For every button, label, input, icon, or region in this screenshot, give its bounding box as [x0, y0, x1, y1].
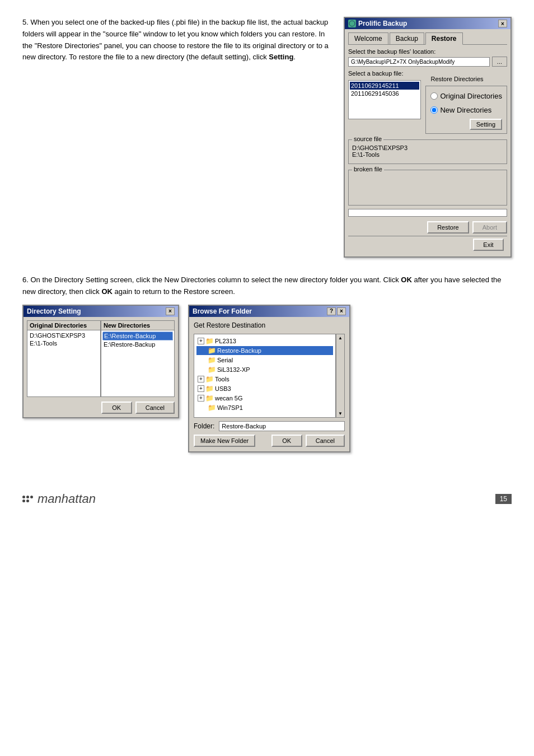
browse-dialog: Browse For Folder ? × Get Restore Destin… [188, 305, 350, 452]
tree-item-pl2313[interactable]: + 📁 PL2313 [196, 337, 333, 346]
folder-icon-wecan: 📁 [205, 394, 214, 402]
new-col[interactable]: E:\Restore-Backup E:\Restore-Backup [101, 330, 175, 397]
browse-action-row: Make New Folder OK Cancel [194, 435, 345, 447]
expand-tools[interactable]: + [198, 376, 204, 382]
backup-file-list[interactable]: 20110629145211 20110629145036 [348, 80, 421, 119]
dir-cancel-button[interactable]: Cancel [135, 402, 175, 414]
tree-label-serial: Serial [217, 357, 233, 363]
radio-original-label: Original Directories [440, 92, 502, 100]
col-new-header: New Directories [101, 320, 175, 330]
setting-button[interactable]: Setting [470, 119, 502, 130]
logo-text: manhattan [38, 492, 96, 506]
col-original-header: Original Directories [27, 320, 101, 330]
browse-close-button[interactable]: × [337, 307, 346, 315]
tree-label-wecan: wecan 5G [215, 395, 243, 402]
source-line-1: E:\1-Tools [352, 151, 503, 158]
backup-panel: 20110629145211 20110629145036 Restore Di… [348, 80, 507, 134]
dir-ok-button[interactable]: OK [101, 402, 132, 414]
restore-abort-buttons: Restore Abort [348, 221, 507, 234]
dot-2 [26, 496, 29, 498]
restore-button[interactable]: Restore [427, 221, 469, 234]
folder-label: Folder: [194, 422, 214, 430]
dir-close-button[interactable]: × [166, 307, 175, 315]
tree-item-usb3[interactable]: + 📁 USB3 [196, 384, 333, 393]
restore-dirs-group: Restore Directories Original Directories… [425, 80, 507, 134]
step6-ok2: OK [101, 287, 113, 296]
browse-title-btns: ? × [327, 307, 346, 315]
step6-number: 6. [22, 276, 29, 284]
step6-text: 6. On the Directory Setting screen, clic… [22, 274, 512, 298]
tree-item-wecan[interactable]: + 📁 wecan 5G [196, 394, 333, 403]
make-new-folder-button[interactable]: Make New Folder [194, 435, 255, 447]
expand-wecan[interactable]: + [198, 395, 204, 402]
close-button[interactable]: × [498, 20, 507, 27]
dir-setting-title: Directory Setting [27, 307, 81, 315]
folder-icon-pl2313: 📁 [205, 337, 214, 345]
abort-button[interactable]: Abort [472, 221, 507, 234]
browse-ok-button[interactable]: OK [271, 435, 302, 447]
backup-location-label: Select the backup files' location: [348, 48, 507, 55]
tree-item-serial[interactable]: 📁 Serial [196, 356, 333, 365]
tree-scrollbar[interactable]: ▲ ▼ [336, 334, 345, 418]
backup-file-item-0[interactable]: 20110629145211 [350, 82, 419, 90]
tree-area[interactable]: + 📁 PL2313 📁 Restore-Backup [194, 334, 336, 418]
tree-label-sil3132: SiL3132-XP [217, 366, 250, 373]
dialogs-row: Directory Setting × Original Directories… [22, 305, 512, 452]
dot-1 [22, 496, 25, 498]
folder-row: Folder: Restore-Backup [194, 421, 345, 431]
backup-file-item-1[interactable]: 20110629145036 [350, 90, 419, 97]
app-icon [348, 20, 356, 27]
tab-bar: Welcome Backup Restore [348, 32, 507, 45]
restore-dirs-box: Original Directories New Directories Set… [425, 86, 507, 134]
radio-original[interactable] [430, 92, 438, 100]
folder-field[interactable]: Restore-Backup [219, 421, 345, 431]
titlebar-left: Prolific Backup [348, 20, 407, 27]
folder-icon-win7sp1: 📁 [208, 404, 216, 412]
expand-pl2313[interactable]: + [198, 338, 204, 344]
page-content: 5. When you select one of the backed-up … [22, 17, 512, 506]
browse-instruction: Get Restore Destination [194, 321, 345, 329]
expand-usb3[interactable]: + [198, 385, 204, 392]
tree-item-win7sp1[interactable]: 📁 Win7SP1 [196, 403, 333, 412]
dot-row-2 [22, 500, 33, 502]
tab-backup[interactable]: Backup [390, 32, 424, 44]
scroll-down-arrow[interactable]: ▼ [338, 411, 343, 416]
source-line-0: D:\GHOST\EXPSP3 [352, 144, 503, 151]
dot-row-1 [22, 496, 33, 498]
broken-file-label: broken file [352, 166, 384, 172]
step5-period: . [293, 53, 296, 61]
source-file-content: D:\GHOST\EXPSP3 E:\1-Tools [352, 144, 503, 161]
tab-welcome[interactable]: Welcome [348, 32, 388, 44]
dot-4 [22, 500, 25, 502]
svg-point-0 [349, 21, 355, 26]
dir-setting-dialog: Directory Setting × Original Directories… [22, 305, 179, 418]
browse-help-button[interactable]: ? [327, 307, 336, 315]
radio-new[interactable] [430, 106, 438, 114]
backup-path-field[interactable]: G:\MyBackup\PLZ×7X OnlyBackupModify [348, 57, 490, 67]
page-number: 15 [495, 494, 512, 504]
original-col[interactable]: D:\GHOST\EXPSP3 E:\1-Tools [27, 330, 101, 397]
tree-item-sil3132[interactable]: 📁 SiL3132-XP [196, 365, 333, 374]
prolific-dialog: Prolific Backup × Welcome Backup Restore… [344, 17, 512, 258]
tab-restore[interactable]: Restore [425, 32, 463, 45]
new-item-1[interactable]: E:\Restore-Backup [102, 340, 173, 348]
tree-label-pl2313: PL2313 [215, 338, 236, 344]
scroll-up-arrow[interactable]: ▲ [338, 335, 343, 340]
new-item-0[interactable]: E:\Restore-Backup [102, 332, 173, 340]
prolific-title: Prolific Backup [358, 20, 407, 27]
dot-3 [30, 496, 33, 498]
step5-text: 5. When you select one of the backed-up … [22, 17, 332, 63]
progress-bar [348, 209, 507, 217]
tree-item-restore-backup[interactable]: 📁 Restore-Backup [196, 346, 333, 355]
exit-button[interactable]: Exit [473, 239, 504, 251]
folder-icon-tools: 📁 [205, 375, 214, 383]
tree-item-tools[interactable]: + 📁 Tools [196, 375, 333, 384]
tree-scroll-wrapper: + 📁 PL2313 📁 Restore-Backup [194, 334, 345, 418]
radio-new-label: New Directories [440, 106, 491, 114]
broken-file-content [352, 175, 503, 203]
ok-cancel-group: OK Cancel [271, 435, 345, 447]
folder-icon-sil3132: 📁 [208, 366, 216, 374]
browse-cancel-button[interactable]: Cancel [306, 435, 345, 447]
folder-icon-usb3: 📁 [205, 385, 214, 393]
browse-button[interactable]: ... [492, 57, 507, 67]
